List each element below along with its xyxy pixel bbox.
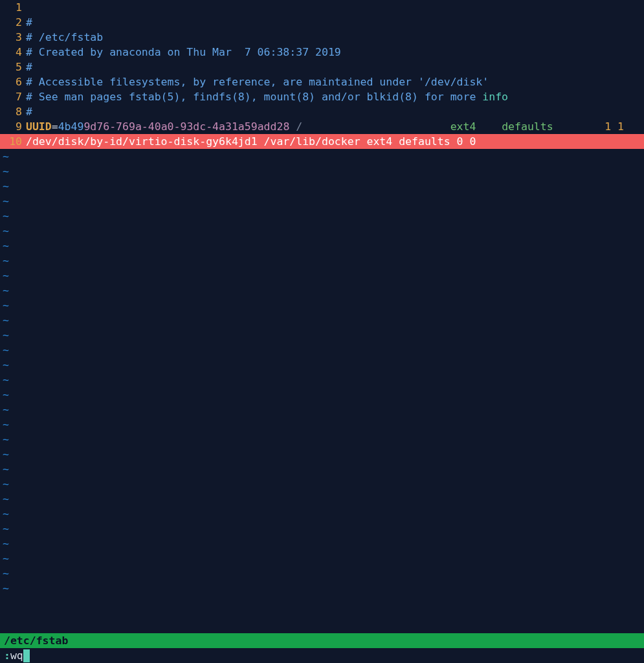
line-number: 1	[0, 0, 26, 15]
status-bar: /etc/fstab	[0, 633, 644, 648]
code-line[interactable]: 3# /etc/fstab	[0, 30, 644, 45]
code-content: UUID=4b499d76-769a-40a0-93dc-4a31a59add2…	[26, 119, 644, 134]
empty-line-tilde: ~	[0, 268, 644, 283]
code-line[interactable]: 5#	[0, 60, 644, 74]
code-content: # /etc/fstab	[26, 30, 644, 45]
empty-line-tilde: ~	[0, 447, 644, 462]
line-number: 4	[0, 45, 26, 60]
empty-line-tilde: ~	[0, 313, 644, 328]
empty-line-tilde: ~	[0, 238, 644, 253]
code-content: /dev/disk/by-id/virtio-disk-gy6k4jd1 /va…	[26, 134, 644, 149]
empty-line-tilde: ~	[0, 417, 644, 432]
empty-line-tilde: ~	[0, 432, 644, 447]
empty-line-tilde: ~	[0, 343, 644, 357]
empty-line-tilde: ~	[0, 402, 644, 417]
code-content	[26, 0, 644, 15]
line-number: 2	[0, 15, 26, 30]
vim-editor[interactable]: 12#3# /etc/fstab4# Created by anaconda o…	[0, 0, 644, 663]
empty-line-tilde: ~	[0, 149, 644, 164]
line-number: 9	[0, 119, 26, 134]
code-line[interactable]: 6# Accessible filesystems, by reference,…	[0, 74, 644, 89]
empty-line-tilde: ~	[0, 283, 644, 298]
empty-line-tilde: ~	[0, 253, 644, 268]
code-content: # Created by anaconda on Thu Mar 7 06:38…	[26, 45, 644, 60]
empty-line-tilde: ~	[0, 223, 644, 238]
line-number: 7	[0, 89, 26, 104]
empty-line-tilde: ~	[0, 491, 644, 506]
empty-line-tilde: ~	[0, 194, 644, 208]
empty-line-tilde: ~	[0, 372, 644, 387]
line-number: 8	[0, 104, 26, 119]
empty-line-tilde: ~	[0, 536, 644, 551]
code-line[interactable]: 8#	[0, 104, 644, 119]
empty-line-tilde: ~	[0, 357, 644, 372]
empty-line-tilde: ~	[0, 387, 644, 402]
code-line[interactable]: 9UUID=4b499d76-769a-40a0-93dc-4a31a59add…	[0, 119, 644, 134]
empty-line-tilde: ~	[0, 179, 644, 194]
text-buffer[interactable]: 12#3# /etc/fstab4# Created by anaconda o…	[0, 0, 644, 633]
cursor	[23, 649, 30, 662]
code-content: #	[26, 15, 644, 30]
empty-line-tilde: ~	[0, 581, 644, 596]
empty-line-tilde: ~	[0, 208, 644, 223]
empty-line-tilde: ~	[0, 328, 644, 343]
empty-line-tilde: ~	[0, 521, 644, 536]
empty-line-tilde: ~	[0, 462, 644, 477]
empty-line-tilde: ~	[0, 164, 644, 179]
code-content: #	[26, 60, 644, 74]
cmd-colon: :	[4, 648, 10, 663]
line-number: 6	[0, 74, 26, 89]
empty-line-tilde: ~	[0, 298, 644, 313]
empty-line-tilde: ~	[0, 506, 644, 521]
code-content: # See man pages fstab(5), findfs(8), mou…	[26, 89, 644, 104]
code-content: #	[26, 104, 644, 119]
code-line[interactable]: 2#	[0, 15, 644, 30]
code-line[interactable]: 1	[0, 0, 644, 15]
empty-line-tilde: ~	[0, 477, 644, 491]
code-line[interactable]: 4# Created by anaconda on Thu Mar 7 06:3…	[0, 45, 644, 60]
command-line[interactable]: : wq	[0, 648, 644, 663]
code-content: # Accessible filesystems, by reference, …	[26, 74, 644, 89]
line-number: 3	[0, 30, 26, 45]
line-number: 10	[0, 134, 26, 149]
code-line[interactable]: 7# See man pages fstab(5), findfs(8), mo…	[0, 89, 644, 104]
code-line[interactable]: 10/dev/disk/by-id/virtio-disk-gy6k4jd1 /…	[0, 134, 644, 149]
empty-line-tilde: ~	[0, 566, 644, 581]
line-number: 5	[0, 60, 26, 74]
cmd-text: wq	[10, 648, 23, 663]
empty-line-tilde: ~	[0, 551, 644, 566]
